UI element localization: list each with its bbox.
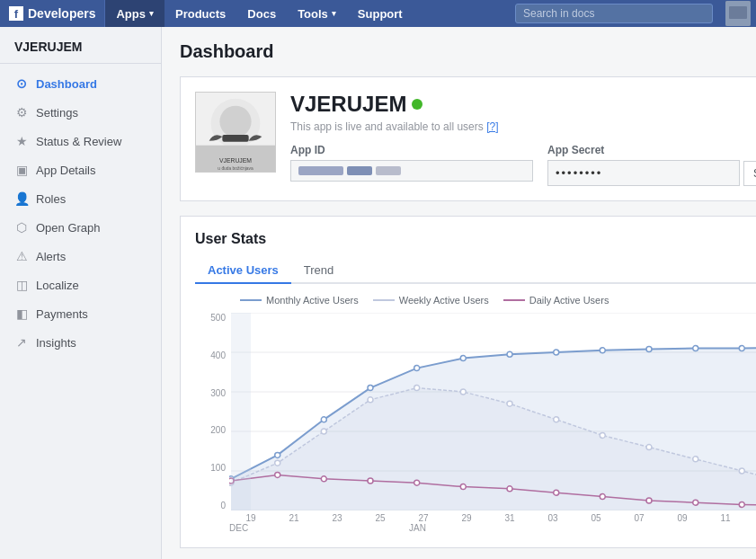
legend-monthly: Monthly Active Users bbox=[240, 295, 359, 306]
sidebar-item-payments[interactable]: ◧ Payments bbox=[0, 299, 161, 328]
y-label-0: 0 bbox=[195, 501, 226, 510]
y-label-200: 200 bbox=[195, 425, 226, 435]
nav-apps[interactable]: Apps ▾ bbox=[105, 0, 165, 27]
sidebar-item-app-details[interactable]: ▣ App Details bbox=[0, 155, 161, 184]
sidebar-item-settings[interactable]: ⚙ Settings bbox=[0, 98, 161, 127]
y-label-500: 500 bbox=[195, 313, 226, 323]
svg-point-16 bbox=[275, 452, 280, 457]
svg-point-18 bbox=[368, 386, 373, 391]
svg-point-39 bbox=[739, 468, 744, 474]
app-secret-label: App Secret bbox=[547, 144, 756, 156]
svg-point-42 bbox=[275, 472, 280, 477]
main-content: Dashboard V bbox=[162, 27, 756, 559]
svg-point-29 bbox=[275, 460, 280, 466]
svg-point-52 bbox=[739, 501, 744, 507]
facebook-logo[interactable]: f Developers bbox=[0, 0, 105, 27]
x-label-09: 09 bbox=[661, 513, 704, 523]
x-axis-labels: 19 21 23 25 27 29 31 03 05 07 09 11 13 bbox=[229, 513, 756, 523]
page-layout: VJERUJEM ⊙ Dashboard ⚙ Settings ★ Status… bbox=[0, 27, 756, 559]
svg-point-43 bbox=[321, 476, 326, 482]
app-secret-input-row: •••••••• Show bbox=[547, 160, 756, 186]
dashboard-icon: ⊙ bbox=[14, 76, 29, 91]
x-label-29: 29 bbox=[445, 513, 488, 523]
nav-docs[interactable]: Docs bbox=[236, 0, 287, 27]
fields-row: App ID App Secret bbox=[290, 144, 756, 186]
sidebar-item-dashboard[interactable]: ⊙ Dashboard bbox=[0, 69, 161, 98]
nav-tools[interactable]: Tools ▾ bbox=[287, 0, 347, 27]
svg-rect-1 bbox=[729, 6, 747, 19]
x-label-27: 27 bbox=[402, 513, 445, 523]
nav-support[interactable]: Support bbox=[347, 0, 414, 27]
stats-title: User Stats bbox=[195, 231, 756, 247]
show-secret-button[interactable]: Show bbox=[743, 161, 756, 186]
svg-point-37 bbox=[646, 445, 652, 450]
month-labels: DEC JAN bbox=[229, 523, 756, 533]
sidebar-nav: ⊙ Dashboard ⚙ Settings ★ Status & Review… bbox=[0, 64, 161, 362]
chart-legend: Monthly Active Users Weekly Active Users… bbox=[240, 295, 756, 306]
chart-with-y-axis: 500 400 300 200 100 0 bbox=[195, 313, 756, 513]
legend-daily: Daily Active Users bbox=[503, 295, 609, 306]
facebook-f-icon: f bbox=[9, 6, 23, 21]
search-area bbox=[508, 0, 720, 27]
settings-icon: ⚙ bbox=[14, 105, 29, 120]
sidebar-item-status-review[interactable]: ★ Status & Review bbox=[0, 127, 161, 155]
legend-monthly-line bbox=[240, 299, 262, 301]
chart-container: 500 400 300 200 100 0 bbox=[195, 313, 756, 533]
tools-caret-icon: ▾ bbox=[332, 9, 336, 18]
open-graph-icon: ⬡ bbox=[14, 220, 29, 235]
chart-svg-container bbox=[229, 313, 756, 513]
svg-point-34 bbox=[507, 401, 512, 406]
app-name: VJERUJEM bbox=[290, 92, 406, 117]
svg-point-17 bbox=[321, 417, 326, 422]
app-id-label: App ID bbox=[290, 144, 533, 156]
sidebar-item-localize[interactable]: ◫ Localize bbox=[0, 271, 161, 299]
sidebar-item-roles[interactable]: 👤 Roles bbox=[0, 184, 161, 213]
x-label-21: 21 bbox=[272, 513, 316, 523]
tabs-row: Active Users Trend bbox=[195, 258, 756, 284]
svg-point-24 bbox=[646, 347, 652, 352]
sidebar: VJERUJEM ⊙ Dashboard ⚙ Settings ★ Status… bbox=[0, 27, 162, 559]
x-label-03: 03 bbox=[531, 513, 574, 523]
y-label-300: 300 bbox=[195, 388, 226, 398]
legend-weekly-line bbox=[373, 299, 395, 301]
top-navigation: f Developers Apps ▾ Products Docs Tools … bbox=[0, 0, 756, 27]
app-name-row: VJERUJEM bbox=[290, 92, 756, 117]
sidebar-item-insights[interactable]: ↗ Insights bbox=[0, 328, 161, 357]
developers-label: Developers bbox=[28, 6, 95, 21]
tab-active-users[interactable]: Active Users bbox=[195, 258, 291, 284]
month-dec: DEC bbox=[229, 523, 409, 533]
svg-point-19 bbox=[414, 366, 420, 371]
sidebar-app-name: VJERUJEM bbox=[0, 27, 161, 64]
app-id-input-row bbox=[290, 160, 533, 182]
svg-point-45 bbox=[414, 480, 420, 485]
month-jan: JAN bbox=[409, 523, 589, 533]
x-label-25: 25 bbox=[359, 513, 402, 523]
app-status: This app is live and available to all us… bbox=[290, 120, 756, 133]
localize-icon: ◫ bbox=[14, 278, 29, 292]
app-logo-image: VJERUJEM u đuda božićnjava bbox=[196, 92, 275, 173]
avatar[interactable] bbox=[725, 1, 751, 26]
search-input[interactable] bbox=[515, 4, 713, 23]
svg-point-36 bbox=[600, 432, 605, 438]
appid-seg2 bbox=[347, 166, 372, 175]
x-label-11: 11 bbox=[704, 513, 747, 523]
appid-seg1 bbox=[298, 166, 343, 175]
svg-point-49 bbox=[600, 494, 605, 500]
legend-weekly: Weekly Active Users bbox=[373, 295, 489, 306]
chart-svg bbox=[229, 313, 756, 510]
svg-text:u đuda božićnjava: u đuda božićnjava bbox=[218, 166, 253, 171]
sidebar-item-alerts[interactable]: ⚠ Alerts bbox=[0, 242, 161, 271]
sidebar-item-open-graph[interactable]: ⬡ Open Graph bbox=[0, 213, 161, 242]
tab-trend[interactable]: Trend bbox=[291, 258, 346, 284]
status-help-link[interactable]: [?] bbox=[486, 120, 498, 133]
svg-point-22 bbox=[554, 350, 559, 355]
apps-caret-icon: ▾ bbox=[149, 9, 154, 18]
payments-icon: ◧ bbox=[14, 306, 29, 321]
app-logo: VJERUJEM u đuda božićnjava bbox=[195, 92, 276, 173]
svg-point-21 bbox=[507, 351, 512, 357]
roles-icon: 👤 bbox=[14, 191, 29, 206]
x-label-31: 31 bbox=[488, 513, 531, 523]
x-labels-row: 19 21 23 25 27 29 31 03 05 07 09 11 13 bbox=[229, 513, 756, 523]
nav-products[interactable]: Products bbox=[165, 0, 236, 27]
svg-point-46 bbox=[460, 484, 466, 490]
